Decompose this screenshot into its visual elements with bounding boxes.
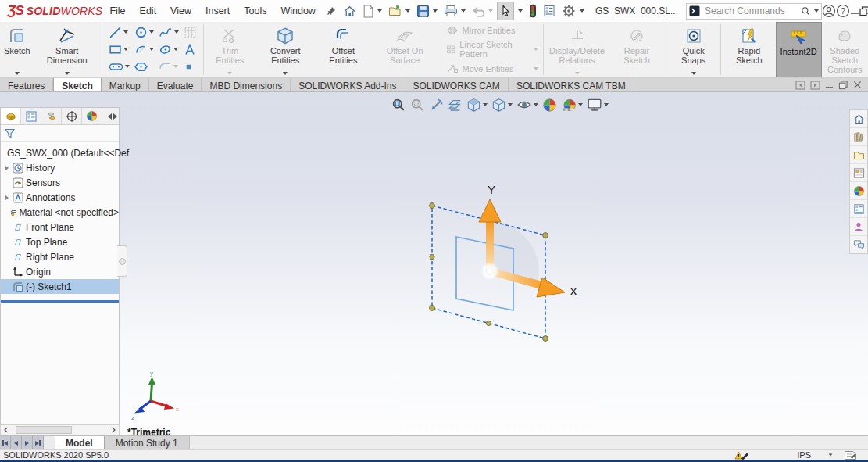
sketch-dropdown[interactable]: [15, 72, 20, 75]
tree-item-top-plane[interactable]: Top Plane: [1, 235, 119, 249]
spline-dropdown[interactable]: [174, 30, 179, 34]
line-tool[interactable]: [106, 26, 132, 39]
dimxpert-manager-tab[interactable]: [62, 108, 82, 124]
motion-study-tab[interactable]: Motion Study 1: [105, 436, 190, 449]
previous-window-icon[interactable]: [795, 81, 805, 90]
units-indicator[interactable]: IPS: [797, 450, 811, 460]
file-properties-button[interactable]: [541, 2, 558, 20]
tab-markup[interactable]: Markup: [102, 78, 149, 91]
display-style-button[interactable]: [491, 97, 513, 113]
tab-solidworks-cam[interactable]: SOLIDWORKS CAM: [405, 78, 509, 91]
hide-show-items-button[interactable]: [516, 97, 539, 113]
print-button[interactable]: [441, 2, 468, 20]
feature-panel-hscrollbar[interactable]: [0, 424, 120, 435]
rapid-sketch-button[interactable]: Rapid Sketch: [723, 22, 776, 77]
menu-insert[interactable]: Insert: [198, 0, 237, 22]
smart-dimension-button[interactable]: Smart Dimension: [34, 22, 100, 77]
line-dropdown[interactable]: [123, 30, 128, 34]
quick-snaps-button[interactable]: Quick Snaps: [668, 22, 719, 77]
expand-arrow-icon[interactable]: [5, 165, 9, 171]
apply-scene-button[interactable]: [560, 97, 584, 113]
rebuild-button[interactable]: [527, 2, 539, 20]
origin-point[interactable]: [486, 267, 493, 274]
previous-view-button[interactable]: [428, 97, 445, 113]
next-window-icon[interactable]: [810, 81, 820, 90]
new-document-dropdown[interactable]: [377, 9, 382, 13]
offset-entities-button[interactable]: Offset Entities: [316, 22, 370, 77]
convert-entities-button[interactable]: Convert Entities: [255, 22, 316, 77]
text-tool[interactable]: [181, 43, 199, 56]
graphics-area[interactable]: Y X y x z: [0, 92, 868, 438]
slot-dropdown[interactable]: [125, 65, 130, 68]
sketch-canvas[interactable]: Y X y x z: [0, 92, 868, 438]
save-button[interactable]: [414, 2, 440, 20]
ellipse-tool[interactable]: [156, 43, 181, 56]
search-commands-input[interactable]: [703, 5, 798, 17]
ellipse-dropdown[interactable]: [173, 48, 178, 51]
tab-solidworks-addins[interactable]: SOLIDWORKS Add-Ins: [291, 78, 405, 91]
file-explorer-button[interactable]: [850, 146, 867, 164]
view-orientation-dropdown[interactable]: [483, 103, 488, 106]
smart-dimension-dropdown[interactable]: [65, 72, 70, 75]
save-dropdown[interactable]: [433, 9, 438, 13]
tree-item-right-plane[interactable]: Right Plane: [1, 249, 119, 264]
search-dropdown[interactable]: [814, 9, 819, 13]
zoom-to-area-button[interactable]: [409, 97, 426, 113]
instant2d-button[interactable]: Instant2D: [776, 22, 822, 77]
hide-show-items-dropdown[interactable]: [534, 103, 538, 106]
scrollbar-thumb[interactable]: [16, 426, 72, 434]
tab-features[interactable]: Features: [0, 78, 53, 91]
units-dropdown[interactable]: [829, 453, 833, 456]
tab-scroll-last-button[interactable]: [33, 436, 44, 449]
apply-scene-dropdown[interactable]: [578, 103, 583, 106]
options-dropdown[interactable]: [580, 9, 584, 13]
slot-tool[interactable]: [106, 61, 132, 73]
tree-item-front-plane[interactable]: Front Plane: [1, 220, 119, 235]
circle-dropdown[interactable]: [149, 30, 154, 34]
point-tool[interactable]: [181, 62, 199, 72]
tab-solidworks-cam-tbm[interactable]: SOLIDWORKS CAM TBM: [509, 78, 634, 91]
tree-item-annotations[interactable]: Annotations: [1, 190, 119, 205]
editing-sketch-tag-icon[interactable]: [844, 450, 857, 460]
tab-scroll-first-button[interactable]: [0, 436, 11, 449]
rollback-bar[interactable]: [1, 300, 119, 303]
document-close-icon[interactable]: [853, 81, 862, 89]
quick-snaps-dropdown[interactable]: [691, 72, 696, 75]
featuremanager-tree-tab[interactable]: [1, 108, 21, 124]
tree-item-sketch1[interactable]: (-) Sketch1: [1, 279, 119, 294]
section-view-button[interactable]: [447, 97, 463, 113]
document-minimize-icon[interactable]: [825, 81, 834, 89]
search-scope-icon[interactable]: [689, 5, 700, 16]
search-commands-box[interactable]: [686, 3, 822, 20]
tree-root[interactable]: GS_SWX_000 (Default<<Def: [1, 145, 119, 160]
scroll-right-icon[interactable]: [110, 427, 116, 433]
rectangle-tool[interactable]: [106, 43, 132, 56]
menu-file[interactable]: File: [102, 0, 132, 22]
property-manager-tab[interactable]: [21, 108, 41, 124]
select-tool-dropdown[interactable]: [518, 9, 523, 13]
edit-appearance-button[interactable]: [541, 97, 558, 113]
fm-tabs-scroll-right[interactable]: [113, 113, 117, 120]
tab-scroll-right-button[interactable]: [22, 436, 33, 449]
menu-window[interactable]: Window: [273, 0, 322, 22]
feature-tree-filter[interactable]: [1, 125, 119, 142]
select-tool-button[interactable]: [497, 2, 514, 20]
solidworks-forum-button[interactable]: [850, 218, 867, 236]
menu-view[interactable]: View: [163, 0, 198, 22]
sketch-button[interactable]: Sketch: [0, 22, 34, 77]
spline-tool[interactable]: [156, 26, 181, 39]
circle-tool[interactable]: [132, 26, 156, 39]
panel-splitter-handle[interactable]: [117, 245, 127, 277]
help-button[interactable]: ?: [836, 1, 850, 21]
messages-button[interactable]: [850, 236, 867, 253]
tree-item-origin[interactable]: Origin: [1, 264, 119, 279]
model-tab[interactable]: Model: [55, 436, 105, 449]
restore-button[interactable]: [859, 1, 868, 21]
custom-properties-button[interactable]: [850, 200, 867, 218]
polygon-tool[interactable]: [132, 60, 156, 73]
menu-edit[interactable]: Edit: [133, 0, 164, 22]
rectangle-dropdown[interactable]: [123, 48, 128, 51]
view-palette-button[interactable]: [850, 164, 867, 182]
tab-mbd-dimensions[interactable]: MBD Dimensions: [202, 78, 291, 91]
home-button[interactable]: [341, 2, 359, 20]
